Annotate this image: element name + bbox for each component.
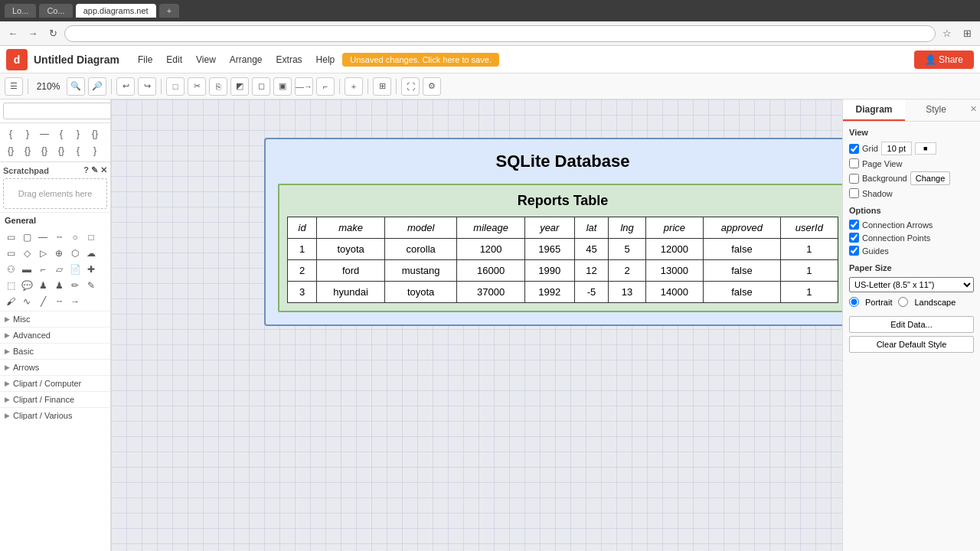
url-bar[interactable]: app.diagrams.net bbox=[64, 25, 936, 42]
toolbar-menu[interactable]: ☰ bbox=[5, 77, 23, 96]
gen-para[interactable]: ▱ bbox=[51, 262, 67, 277]
category-advanced[interactable]: ▶ Advanced bbox=[0, 327, 110, 343]
page-view-checkbox[interactable] bbox=[849, 158, 859, 168]
background-checkbox[interactable] bbox=[849, 174, 859, 184]
category-clipart-various[interactable]: ▶ Clipart / Various bbox=[0, 407, 110, 423]
gen-proc[interactable]: ▬ bbox=[19, 262, 34, 277]
connection-points-checkbox[interactable] bbox=[849, 233, 859, 243]
gen-line1[interactable]: — bbox=[35, 230, 51, 245]
shape-curly-4[interactable]: } bbox=[70, 126, 86, 142]
gen-line2[interactable]: ╌ bbox=[51, 230, 67, 245]
browser-tab-3[interactable]: + bbox=[159, 4, 179, 18]
shape-curly-11[interactable]: } bbox=[87, 143, 103, 158]
undo-button[interactable]: ↩ bbox=[116, 77, 135, 96]
shape-curly-7[interactable]: {} bbox=[20, 143, 35, 158]
shape-curly-6[interactable]: {} bbox=[3, 143, 18, 158]
menu-extras[interactable]: Extras bbox=[270, 52, 309, 67]
shape-curly-10[interactable]: { bbox=[70, 143, 86, 158]
gen-pen[interactable]: ✏ bbox=[67, 278, 83, 293]
paper-select[interactable]: US-Letter (8.5" x 11") bbox=[849, 277, 974, 292]
shape-curly-1[interactable]: { bbox=[3, 126, 18, 142]
tab-diagram[interactable]: Diagram bbox=[843, 99, 905, 121]
shape-curly-5[interactable]: {} bbox=[87, 126, 103, 142]
share-button[interactable]: 👤 Share bbox=[914, 51, 974, 69]
gen-tab[interactable]: ⌐ bbox=[35, 262, 51, 277]
gen-curve[interactable]: ∿ bbox=[19, 294, 34, 309]
gen-actor[interactable]: ⚇ bbox=[3, 262, 18, 277]
category-basic[interactable]: ▶ Basic bbox=[0, 343, 110, 359]
line-button[interactable]: ◻ bbox=[252, 77, 270, 96]
grid-checkbox[interactable] bbox=[849, 144, 859, 154]
format-button[interactable]: —→ bbox=[295, 77, 313, 96]
menu-file[interactable]: File bbox=[132, 52, 158, 67]
reload-button[interactable]: ↻ bbox=[44, 25, 61, 42]
browser-tab-1[interactable]: Lo... bbox=[5, 4, 36, 18]
gen-note[interactable]: 📄 bbox=[67, 262, 83, 277]
settings-button[interactable]: ⚙ bbox=[423, 77, 441, 96]
gen-rounded[interactable]: ▢ bbox=[19, 230, 34, 245]
gen-triangle[interactable]: ▷ bbox=[35, 246, 51, 261]
category-arrows[interactable]: ▶ Arrows bbox=[0, 359, 110, 375]
extensions-button[interactable]: ⊞ bbox=[959, 25, 975, 42]
menu-arrange[interactable]: Arrange bbox=[224, 52, 269, 67]
category-misc[interactable]: ▶ Misc bbox=[0, 311, 110, 327]
gen-cloud[interactable]: ☁ bbox=[83, 246, 99, 261]
search-input[interactable]: curly bbox=[3, 103, 111, 119]
gen-rounded2[interactable]: ▭ bbox=[3, 246, 18, 261]
diagram-container[interactable]: SQLite Database Reports Table id make mo… bbox=[264, 138, 842, 326]
unsaved-badge[interactable]: Unsaved changes. Click here to save. bbox=[342, 53, 499, 67]
gen-rect[interactable]: ▭ bbox=[3, 230, 18, 245]
grid-color[interactable]: ■ bbox=[915, 142, 936, 155]
canvas-area[interactable]: SQLite Database Reports Table id make mo… bbox=[111, 99, 842, 551]
gen-arrow2[interactable]: → bbox=[67, 294, 83, 309]
shadow-checkbox[interactable] bbox=[849, 188, 859, 198]
fullscreen-button[interactable]: ⛶ bbox=[401, 77, 420, 96]
delete-button[interactable]: □ bbox=[166, 77, 185, 96]
forward-button[interactable]: → bbox=[24, 25, 41, 42]
gen-pencil[interactable]: ✎ bbox=[83, 278, 99, 293]
bookmark-button[interactable]: ☆ bbox=[939, 25, 956, 42]
shape-line[interactable]: — bbox=[37, 126, 52, 142]
gen-callout[interactable]: 💬 bbox=[19, 278, 34, 293]
gen-person2[interactable]: ♟ bbox=[51, 278, 67, 293]
waypoints-button[interactable]: ⌐ bbox=[316, 77, 335, 96]
back-button[interactable]: ← bbox=[5, 25, 21, 42]
connection-arrows-checkbox[interactable] bbox=[849, 220, 859, 230]
zoom-in[interactable]: 🔍 bbox=[67, 77, 85, 96]
menu-view[interactable]: View bbox=[190, 52, 222, 67]
table-button[interactable]: ⊞ bbox=[373, 77, 391, 96]
guides-checkbox[interactable] bbox=[849, 246, 859, 256]
portrait-radio[interactable] bbox=[849, 297, 859, 307]
gen-dash[interactable]: ╌ bbox=[51, 294, 67, 309]
category-clipart-computer[interactable]: ▶ Clipart / Computer bbox=[0, 375, 110, 391]
gen-square[interactable]: □ bbox=[83, 230, 99, 245]
menu-edit[interactable]: Edit bbox=[160, 52, 188, 67]
fill-button[interactable]: ◩ bbox=[230, 77, 249, 96]
gen-diamond[interactable]: ◇ bbox=[19, 246, 34, 261]
shape-curly-3[interactable]: { bbox=[54, 126, 69, 142]
insert-button[interactable]: + bbox=[345, 77, 363, 96]
category-clipart-finance[interactable]: ▶ Clipart / Finance bbox=[0, 391, 110, 407]
gen-line3[interactable]: ╱ bbox=[35, 294, 51, 309]
gen-brush[interactable]: 🖌 bbox=[3, 294, 18, 309]
shape-curly-8[interactable]: {} bbox=[37, 143, 52, 158]
cut-button[interactable]: ✂ bbox=[188, 77, 206, 96]
gen-ellipse[interactable]: ○ bbox=[67, 230, 83, 245]
tab-style[interactable]: Style bbox=[905, 99, 967, 121]
browser-tab-active[interactable]: app.diagrams.net bbox=[76, 4, 156, 18]
gen-cylinder[interactable]: ⊕ bbox=[51, 246, 67, 261]
change-button[interactable]: Change bbox=[910, 171, 951, 185]
copy-button[interactable]: ⎘ bbox=[209, 77, 227, 96]
redo-button[interactable]: ↪ bbox=[138, 77, 156, 96]
shadow-button[interactable]: ▣ bbox=[273, 77, 292, 96]
gen-person1[interactable]: ♟ bbox=[35, 278, 51, 293]
menu-help[interactable]: Help bbox=[310, 52, 341, 67]
shape-curly-9[interactable]: {} bbox=[54, 143, 69, 158]
close-panel-button[interactable]: ✕ bbox=[967, 99, 980, 121]
landscape-radio[interactable] bbox=[898, 297, 908, 307]
edit-data-button[interactable]: Edit Data... bbox=[849, 316, 974, 333]
zoom-out[interactable]: 🔎 bbox=[88, 77, 106, 96]
browser-tab-2[interactable]: Co... bbox=[39, 4, 72, 18]
gen-cross[interactable]: ✚ bbox=[83, 262, 99, 277]
gen-hexagon[interactable]: ⬡ bbox=[67, 246, 83, 261]
